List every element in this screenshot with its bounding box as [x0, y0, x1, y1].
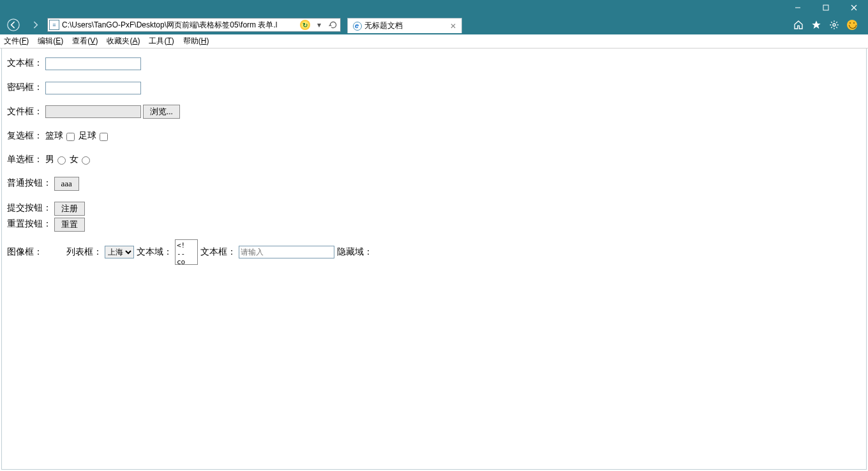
compat-view-button[interactable]: ↻ [298, 19, 312, 31]
minimize-button[interactable] [784, 0, 812, 15]
tab-close-icon[interactable]: ✕ [450, 22, 456, 31]
tab-title: 无标题文档 [364, 20, 403, 31]
file-path-display [45, 105, 141, 118]
submit-label: 提交按钮： [7, 203, 52, 213]
radio-male[interactable] [57, 156, 66, 165]
file-label: 文件框： [7, 107, 43, 116]
radio-female[interactable] [82, 156, 90, 165]
reset-button[interactable]: 重置 [54, 218, 85, 232]
svg-point-5 [833, 24, 835, 26]
checkbox-opt1-label: 篮球 [45, 131, 63, 140]
settings-icon[interactable] [828, 19, 840, 31]
svg-point-4 [8, 19, 19, 31]
row-checkbox: 复选框： 篮球 足球 [7, 129, 861, 142]
browse-button[interactable]: 浏览... [143, 105, 180, 119]
checkbox-opt2-label: 足球 [79, 131, 96, 140]
row-radio: 单选框： 男 女 [7, 153, 861, 166]
refresh-button[interactable] [326, 19, 340, 31]
row-submit: 提交按钮： 注册 [7, 201, 861, 216]
close-button[interactable] [840, 0, 868, 15]
generic-button[interactable]: aaa [54, 177, 79, 191]
image-label: 图像框： [7, 246, 43, 258]
row-password: 密码框： [7, 80, 861, 94]
toolbar-right [793, 19, 864, 31]
submit-button[interactable]: 注册 [54, 202, 85, 216]
maximize-button[interactable] [812, 0, 840, 15]
menu-bar: 文件(F) 编辑(E) 查看(V) 收藏夹(A) 工具(T) 帮助(H) [0, 34, 868, 49]
radio-opt2-label: 女 [70, 154, 79, 164]
row-file: 文件框： 浏览... [7, 105, 861, 119]
menu-view[interactable]: 查看(V) [72, 36, 98, 47]
menu-edit[interactable]: 编辑(E) [38, 36, 63, 47]
row-button: 普通按钮： aaa [7, 176, 861, 191]
navigation-bar: ≡ ↻ ▾ 无标题文档 ✕ [0, 15, 868, 34]
list-label: 列表框： [66, 246, 102, 258]
window-controls [784, 0, 868, 15]
title-bar [0, 0, 868, 15]
hidden-label: 隐藏域： [337, 246, 373, 258]
address-dropdown[interactable]: ▾ [312, 19, 326, 31]
radio-opt1-label: 男 [45, 154, 54, 164]
textarea-input[interactable]: <! -- co [175, 239, 198, 265]
page-content: 文本框： 密码框： 文件框： 浏览... 复选框： 篮球 足球 单选框： 男 女 [1, 49, 867, 470]
checkbox-label: 复选框： [7, 131, 43, 140]
menu-tools[interactable]: 工具(T) [149, 36, 174, 47]
text-label: 文本框： [7, 58, 43, 68]
address-bar: ≡ ↻ ▾ [47, 18, 341, 32]
row-mixed: 图像框： 列表框： 上海 文本域： <! -- co 文本框： 隐藏域： [7, 239, 861, 265]
address-input[interactable] [61, 19, 298, 31]
button-label: 普通按钮： [7, 178, 52, 188]
password-input[interactable] [45, 82, 141, 94]
menu-favorites[interactable]: 收藏夹(A) [107, 36, 140, 47]
ie-window: ≡ ↻ ▾ 无标题文档 ✕ [0, 0, 868, 471]
checkbox-football[interactable] [100, 133, 108, 141]
smiley-icon[interactable] [846, 19, 858, 31]
password-label: 密码框： [7, 82, 43, 92]
textarea-label: 文本域： [137, 246, 172, 258]
row-text: 文本框： [7, 56, 861, 70]
favorites-icon[interactable] [811, 19, 822, 31]
forward-button[interactable] [26, 16, 45, 34]
menu-help[interactable]: 帮助(H) [183, 36, 209, 47]
ie-icon [353, 22, 362, 31]
checkbox-basketball[interactable] [66, 133, 75, 141]
text2-label: 文本框： [200, 246, 236, 258]
text-input[interactable] [45, 57, 141, 70]
page-icon: ≡ [49, 20, 59, 30]
browser-tab[interactable]: 无标题文档 ✕ [347, 18, 462, 33]
reset-label: 重置按钮： [7, 219, 52, 228]
home-icon[interactable] [793, 19, 804, 31]
tab-bar: 无标题文档 ✕ [347, 17, 462, 33]
list-select[interactable]: 上海 [105, 246, 134, 258]
text2-input[interactable] [239, 246, 334, 258]
svg-rect-1 [823, 5, 828, 10]
row-reset: 重置按钮： 重置 [7, 217, 861, 232]
menu-file[interactable]: 文件(F) [4, 36, 29, 47]
back-button[interactable] [4, 16, 23, 34]
radio-label: 单选框： [7, 154, 43, 164]
